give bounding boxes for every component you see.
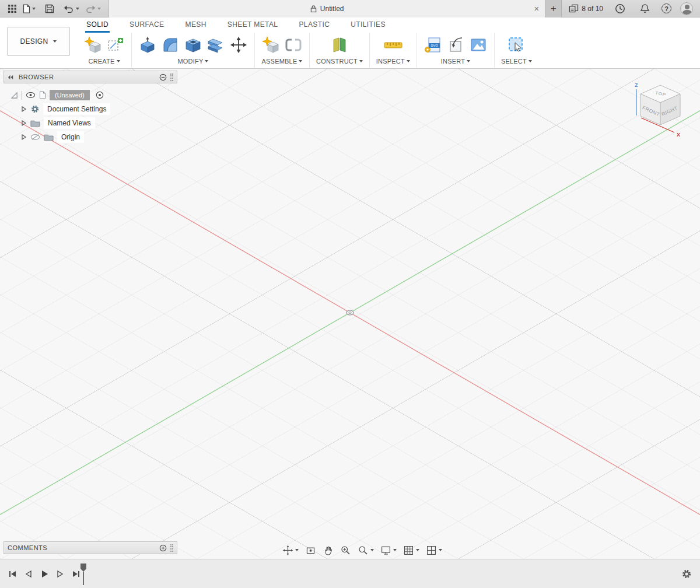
view-cube[interactable]: Z TOP FRONT RIGHT X [624,79,694,141]
insert-group-dropdown[interactable]: INSERT [441,58,470,65]
canvas-decal-button[interactable] [469,36,488,54]
display-monitor-icon [380,545,391,556]
zoom-button[interactable] [356,544,375,557]
comments-header[interactable]: COMMENTS [4,541,177,554]
timeline-bar [0,559,700,588]
grid-snaps-button[interactable] [402,544,421,557]
pan-hand-button[interactable] [321,544,335,557]
select-group-dropdown[interactable]: SELECT [501,58,532,65]
step-forward-button[interactable] [53,567,67,581]
timeline-playback-controls [6,559,83,588]
insert-mesh-button[interactable] [446,36,465,54]
timeline-settings-button[interactable] [681,559,692,588]
inspect-group-dropdown[interactable]: INSPECT [376,58,410,65]
panel-drag-grip[interactable] [170,544,173,552]
browser-row-origin[interactable]: Origin [4,130,177,144]
row-label[interactable]: Origin [57,131,84,143]
comments-title: COMMENTS [8,544,47,551]
expand-arrow-icon[interactable] [21,134,27,141]
tab-sheet-metal[interactable]: SHEET METAL [226,18,279,33]
new-component-button[interactable] [83,36,102,54]
viewport-canvas[interactable]: BROWSER [0,69,700,559]
app-grid-button[interactable] [5,0,20,18]
browser-header[interactable]: BROWSER [4,71,177,83]
expand-arrow-icon[interactable] [21,106,27,113]
clock-icon [615,4,625,14]
workspace-switcher-button[interactable]: DESIGN [7,27,70,56]
modify-group-dropdown[interactable]: MODIFY [178,58,209,65]
file-menu-button[interactable] [20,0,38,18]
expand-arrow-icon[interactable] [21,120,27,127]
avatar-head [685,5,690,9]
shell-button[interactable] [184,36,202,54]
play-icon [39,569,50,579]
go-to-start-button[interactable] [6,567,20,581]
viewports-button[interactable] [425,544,443,557]
shell-icon [184,36,202,54]
visibility-eye-icon[interactable] [26,92,36,99]
construction-plane-button[interactable] [330,36,349,54]
application-top-bar: Untitled × + 8 of 10 [0,0,700,18]
combine-button[interactable] [206,36,225,54]
help-button[interactable]: ? [662,4,671,13]
activate-radio-icon[interactable] [96,91,104,99]
collapse-panel-icon[interactable] [8,74,14,80]
minimize-panel-icon[interactable] [159,74,167,81]
axis-x-label: X [677,132,680,138]
browser-row-document[interactable]: (Unsaved) [4,88,177,102]
browser-row-named-views[interactable]: Named Views [4,116,177,130]
tab-mesh[interactable]: MESH [184,18,208,33]
gear-icon [681,569,692,579]
folder-icon [30,119,40,127]
look-at-button[interactable] [304,544,317,557]
tab-plastic[interactable]: PLASTIC [298,18,331,33]
press-pull-button[interactable] [138,36,157,54]
close-tab-button[interactable]: × [534,0,540,18]
zoom-window-button[interactable] [339,544,352,557]
combine-icon [207,36,225,54]
fillet-button[interactable] [161,36,180,54]
ribbon-group-inspect: INSPECT [370,33,417,68]
settings-gear-icon [30,104,40,114]
pan-orbit-button[interactable] [281,544,300,557]
notifications-button[interactable] [637,0,653,18]
add-comment-icon[interactable] [159,544,167,552]
row-label[interactable]: Named Views [44,117,95,129]
document-tab[interactable]: Untitled × [108,0,545,18]
insert-svg-button[interactable]: SVG [424,36,442,54]
tab-surface[interactable]: SURFACE [128,18,165,33]
step-back-button[interactable] [22,567,36,581]
move-copy-button[interactable] [229,36,248,54]
save-button[interactable] [42,0,57,18]
joint-button[interactable] [284,36,303,54]
panel-drag-grip[interactable] [170,74,173,81]
comments-panel: COMMENTS [4,541,177,554]
construct-group-dropdown[interactable]: CONSTRUCT [316,58,363,65]
origin-marker[interactable] [346,310,354,315]
create-sketch-button[interactable] [106,36,125,54]
saves-remaining-badge[interactable]: 8 of 10 [569,4,603,13]
assemble-group-dropdown[interactable]: ASSEMBLE [262,58,303,65]
workspace-label: DESIGN [20,37,48,46]
new-component-icon [84,36,102,54]
tab-solid[interactable]: SOLID [85,18,110,33]
job-status-button[interactable] [612,0,628,18]
modify-group-label: MODIFY [178,58,204,65]
play-button[interactable] [37,567,51,581]
document-name[interactable]: (Unsaved) [50,90,90,100]
redo-button[interactable] [82,0,104,18]
create-group-dropdown[interactable]: CREATE [88,58,120,65]
new-tab-button[interactable]: + [545,0,562,18]
row-label[interactable]: Document Settings [43,103,110,115]
timeline-position-marker[interactable] [79,563,88,588]
user-avatar[interactable] [680,2,693,15]
measure-button[interactable] [383,36,404,54]
visibility-off-eye-icon[interactable] [30,134,40,141]
display-settings-button[interactable] [379,544,398,557]
browser-row-document-settings[interactable]: Document Settings [4,102,177,116]
undo-button[interactable] [61,0,82,18]
tab-utilities[interactable]: UTILITIES [349,18,387,33]
select-button[interactable] [507,36,526,54]
assemble-new-component-button[interactable] [261,36,280,54]
fillet-icon [162,36,179,54]
